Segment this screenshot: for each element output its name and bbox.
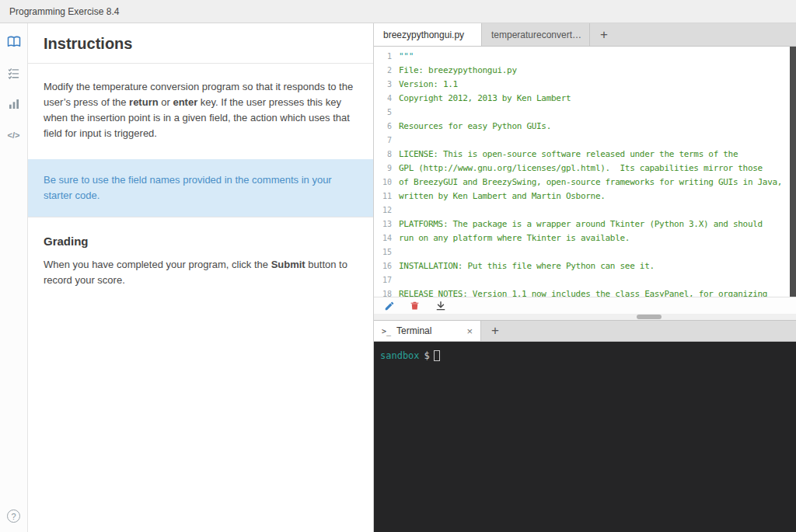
line-number: 7	[374, 136, 399, 144]
download-icon[interactable]	[435, 300, 446, 311]
main-layout: </> ? Instructions Modify the temperatur…	[0, 23, 796, 532]
line-number: 12	[374, 206, 399, 214]
editor-horizontal-scrollbar-track[interactable]	[374, 314, 796, 320]
code-icon[interactable]: </>	[6, 127, 22, 143]
task-list-icon[interactable]	[6, 65, 22, 81]
editor-terminal-column: breezypythongui.py temperatureconvert… +…	[374, 23, 796, 532]
code-line: 18RELEASE NOTES: Version 1.1 now include…	[374, 287, 796, 297]
terminal-user: sandbox	[380, 350, 420, 361]
bar-chart-icon[interactable]	[6, 96, 22, 112]
line-number: 10	[374, 178, 399, 186]
info-note-box: Be sure to use the field names provided …	[28, 159, 373, 217]
line-number: 8	[374, 150, 399, 158]
code-line: 8LICENSE: This is open-source software r…	[374, 147, 796, 161]
code-line: 15	[374, 245, 796, 259]
code-line: 16INSTALLATION: Put this file where Pyth…	[374, 259, 796, 273]
line-number: 2	[374, 66, 399, 75]
code-line: 9GPL (http://www.gnu.org/licenses/gpl.ht…	[374, 161, 796, 175]
line-number: 1	[374, 52, 399, 61]
instructions-book-icon[interactable]	[6, 34, 22, 50]
line-number: 11	[374, 192, 399, 200]
grading-heading: Grading	[28, 217, 373, 248]
editor-horizontal-scrollbar-thumb[interactable]	[637, 315, 662, 319]
code-line: 1"""	[374, 49, 796, 63]
instructions-title: Instructions	[28, 23, 373, 63]
code-editor[interactable]: 1""" 2File: breezypythongui.py 3Version:…	[374, 47, 796, 297]
code-line: 13PLATFORMS: The package is a wrapper ar…	[374, 217, 796, 231]
edit-pencil-icon[interactable]	[383, 300, 395, 311]
instructions-paragraph: Modify the temperature conversion progra…	[28, 64, 373, 159]
line-number: 5	[374, 108, 399, 116]
new-file-tab-button[interactable]: +	[590, 23, 618, 46]
code-line: 3Version: 1.1	[374, 77, 796, 91]
close-terminal-tab-icon[interactable]: ×	[466, 325, 473, 337]
code-line: 10of BreezyGUI and BreezySwing, open-sou…	[374, 175, 796, 189]
editor-vertical-scrollbar[interactable]	[790, 47, 796, 297]
line-number: 4	[374, 94, 399, 103]
editor-tab-bar: breezypythongui.py temperatureconvert… +	[374, 23, 796, 47]
tab-breezypythongui[interactable]: breezypythongui.py	[374, 23, 482, 46]
line-number: 6	[374, 122, 399, 130]
code-line: 4Copyright 2012, 2013 by Ken Lambert	[374, 91, 796, 105]
instructions-panel: Instructions Modify the temperature conv…	[28, 23, 374, 532]
new-terminal-tab-button[interactable]: +	[481, 321, 509, 341]
code-line: 7	[374, 133, 796, 147]
tab-label: breezypythongui.py	[383, 30, 464, 40]
terminal-output[interactable]: sandbox$	[374, 342, 796, 532]
help-icon[interactable]: ?	[7, 509, 20, 523]
terminal-tab-label: Terminal	[396, 325, 431, 336]
code-line: 12	[374, 203, 796, 217]
line-number: 3	[374, 80, 399, 89]
line-number: 15	[374, 248, 399, 256]
tab-terminal[interactable]: >_ Terminal ×	[374, 321, 481, 341]
code-line: 2File: breezypythongui.py	[374, 63, 796, 77]
editor-toolbar	[374, 297, 796, 314]
page-title: Programming Exercise 8.4	[9, 6, 119, 17]
line-number: 14	[374, 234, 399, 242]
terminal-tab-bar: >_ Terminal × +	[374, 320, 796, 342]
code-line: 14run on any platform where Tkinter is a…	[374, 231, 796, 245]
terminal-prompt-symbol: $	[424, 350, 430, 361]
code-line: 5	[374, 105, 796, 119]
left-icon-sidebar: </> ?	[0, 23, 28, 532]
tab-label: temperatureconvert…	[491, 30, 581, 40]
topbar: Programming Exercise 8.4	[0, 0, 796, 23]
delete-trash-icon[interactable]	[409, 300, 421, 311]
code-line: 6Resources for easy Python GUIs.	[374, 119, 796, 133]
line-number: 16	[374, 262, 399, 270]
info-note-text: Be sure to use the field names provided …	[44, 174, 332, 201]
code-line: 11written by Ken Lambert and Martin Osbo…	[374, 189, 796, 203]
grading-paragraph: When you have completed your program, cl…	[28, 248, 373, 288]
line-number: 9	[374, 164, 399, 172]
tab-temperatureconvert[interactable]: temperatureconvert…	[482, 23, 590, 46]
terminal-cursor	[434, 350, 440, 361]
line-number: 17	[374, 276, 399, 284]
line-number: 13	[374, 220, 399, 228]
line-number: 18	[374, 290, 399, 297]
code-line: 17	[374, 273, 796, 287]
terminal-prompt-icon: >_	[382, 327, 391, 336]
